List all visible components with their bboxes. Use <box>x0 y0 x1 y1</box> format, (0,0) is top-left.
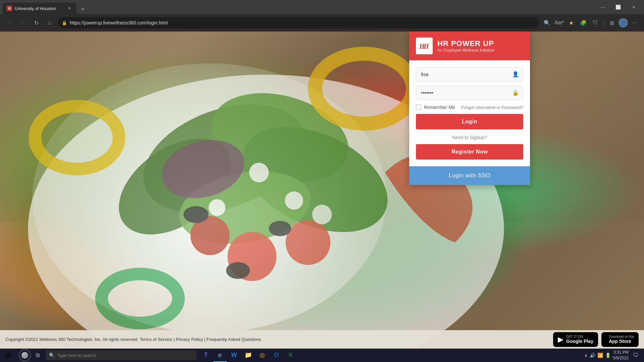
search-placeholder: Type here to search <box>57 353 96 358</box>
remember-left: Remember Me <box>416 105 455 110</box>
excel-taskbar-icon[interactable]: X <box>284 349 297 362</box>
taskbar-apps: T e W 📁 ◎ O X <box>199 349 297 362</box>
favorites-icon[interactable]: ★ <box>566 17 577 28</box>
search-bar[interactable]: 🔍 Type here to search <box>46 350 197 360</box>
need-signup-text: Need to Signup? <box>416 135 523 140</box>
app-store-badge[interactable]: Download on the App Store <box>601 332 639 347</box>
address-bar: ← → ↻ ⌂ 🔒 https://powerup.livewellness36… <box>0 14 644 32</box>
browser-window: H University of Houston ✕ + — ⬜ ✕ ← → ↻ … <box>0 0 644 349</box>
taskbar: ⊞ ⧉ 🔍 Type here to search T e W 📁 ◎ O X … <box>0 349 644 362</box>
minimize-button[interactable]: — <box>595 0 610 14</box>
svg-point-17 <box>209 199 225 216</box>
toolbar-separator <box>603 19 604 27</box>
footer: Copyright ©2021 Wellness 360 Technologie… <box>0 330 644 349</box>
edge-taskbar-icon[interactable]: e <box>213 349 227 362</box>
username-input-wrap: 👤 <box>416 67 523 81</box>
google-play-icon: ▶ <box>558 335 564 344</box>
search-toolbar-icon[interactable]: 🔍 <box>542 17 552 28</box>
remember-label: Remember Me <box>424 105 455 110</box>
svg-point-11 <box>226 262 250 279</box>
terms-link[interactable]: Terms of Service <box>140 337 172 342</box>
password-input-wrap: 🔒 <box>416 85 523 100</box>
close-button[interactable]: ✕ <box>626 0 641 14</box>
collections-icon[interactable]: ⊞ <box>606 17 617 28</box>
password-input[interactable] <box>416 86 523 100</box>
login-header: H H HR POWER UP An Employee Wellness Ini… <box>409 32 530 60</box>
svg-point-15 <box>249 163 269 182</box>
clock[interactable]: 3:31 PM 5/9/2022 <box>613 350 629 361</box>
footer-sep-2: | <box>173 337 176 342</box>
uh-logo-svg: H H <box>418 39 431 53</box>
forgot-link[interactable]: Forgot Username or Password? <box>462 105 523 110</box>
salad-svg <box>0 32 644 349</box>
lock-input-icon: 🔒 <box>512 89 519 96</box>
speaker-icon[interactable]: 🔊 <box>590 353 595 358</box>
refresh-button[interactable]: ↻ <box>31 17 42 28</box>
app-store-large: App Store <box>609 339 634 344</box>
faq-link[interactable]: Frequently Asked Questions <box>207 337 261 342</box>
search-icon: 🔍 <box>49 353 55 358</box>
cortana-circle <box>21 352 28 359</box>
google-play-text: GET IT ON Google Play <box>566 335 593 344</box>
window-controls: — ⬜ ✕ <box>595 0 641 14</box>
tab-close-button[interactable]: ✕ <box>66 5 72 11</box>
maximize-button[interactable]: ⬜ <box>610 0 626 14</box>
username-input[interactable] <box>416 67 523 81</box>
login-button[interactable]: Login <box>416 114 523 129</box>
battery-icon[interactable]: 🔋 <box>605 353 611 358</box>
teams-taskbar-icon[interactable]: T <box>199 349 213 362</box>
login-header-text: HR POWER UP An Employee Wellness Initiat… <box>437 39 495 53</box>
sso-button[interactable]: Login with SSO <box>409 166 530 185</box>
svg-point-9 <box>183 206 209 223</box>
word-taskbar-icon[interactable]: W <box>227 349 241 362</box>
browser-extensions-icon[interactable]: 🧩 <box>578 17 589 28</box>
back-button[interactable]: ← <box>4 17 15 28</box>
profile-icon[interactable]: 👤 <box>619 18 628 27</box>
login-body: 👤 🔒 Remember Me Forgot Username or Passw… <box>409 60 530 166</box>
chevron-up-icon[interactable]: ∧ <box>584 353 588 358</box>
google-play-large: Google Play <box>566 339 593 344</box>
main-content: H H HR POWER UP An Employee Wellness Ini… <box>0 32 644 349</box>
register-button[interactable]: Register Now <box>416 144 523 160</box>
footer-text: Copyright ©2021 Wellness 360 Technologie… <box>5 337 553 342</box>
file-explorer-taskbar-icon[interactable]: 📁 <box>241 349 255 362</box>
toolbar-icons: 🔍 Awº ★ 🧩 🛡 ⊞ 👤 ··· <box>542 17 640 28</box>
copyright-text: Copyright ©2021 Wellness 360 Technologie… <box>5 337 139 342</box>
forward-button[interactable]: → <box>17 17 28 28</box>
system-tray: ∧ 🔊 📶 🔋 3:31 PM 5/9/2022 🗨 <box>581 349 644 362</box>
google-play-badge[interactable]: ▶ GET IT ON Google Play <box>553 332 598 347</box>
read-aloud-icon[interactable]: Awº <box>554 17 565 28</box>
chrome-taskbar-icon[interactable]: ◎ <box>256 349 269 362</box>
user-icon: 👤 <box>512 71 519 77</box>
outlook-taskbar-icon[interactable]: O <box>270 349 283 362</box>
new-tab-button[interactable]: + <box>78 4 88 14</box>
remember-row: Remember Me Forgot Username or Password? <box>416 105 523 110</box>
date-text: 5/9/2022 <box>613 355 629 361</box>
shield-icon[interactable]: 🛡 <box>590 17 601 28</box>
privacy-link[interactable]: Privacy Policy <box>176 337 203 342</box>
cortana-button[interactable] <box>19 349 31 361</box>
app-store-text: Download on the App Store <box>609 335 634 344</box>
svg-point-10 <box>269 221 291 236</box>
notification-button[interactable]: 🗨 <box>631 349 641 362</box>
network-icon[interactable]: 📶 <box>597 353 603 358</box>
tab-favicon: H <box>7 6 12 11</box>
uh-logo: H H <box>416 38 433 54</box>
lock-icon: 🔒 <box>62 20 67 25</box>
task-view-button[interactable]: ⧉ <box>31 349 44 362</box>
app-store-small: Download on the <box>609 335 634 339</box>
address-input[interactable]: 🔒 https://powerup.livewellness360.com/lo… <box>58 17 539 28</box>
svg-text:H: H <box>423 43 429 50</box>
active-tab[interactable]: H University of Houston ✕ <box>3 3 76 14</box>
time-text: 3:31 PM <box>613 350 629 355</box>
app-badges: ▶ GET IT ON Google Play Download on the … <box>553 332 639 347</box>
remember-checkbox[interactable] <box>416 105 421 110</box>
start-button[interactable]: ⊞ <box>0 349 17 362</box>
login-panel: H H HR POWER UP An Employee Wellness Ini… <box>409 32 530 185</box>
tab-title: University of Houston <box>15 6 64 11</box>
app-subtitle: An Employee Wellness Initiative <box>437 48 495 53</box>
home-button[interactable]: ⌂ <box>44 17 55 28</box>
settings-icon[interactable]: ··· <box>629 17 640 28</box>
svg-point-16 <box>285 191 303 209</box>
background-image <box>0 32 644 349</box>
